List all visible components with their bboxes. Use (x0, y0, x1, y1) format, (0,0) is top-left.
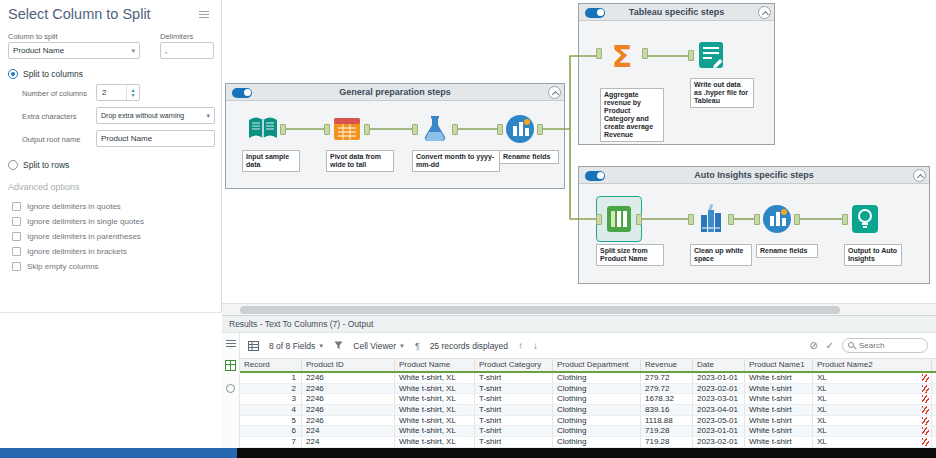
table-cell: 3 (240, 394, 302, 404)
table-row[interactable]: 7224White t-shirt, XLT-shirtClothing719.… (240, 437, 936, 448)
table-cell: 279.72 (641, 384, 693, 394)
stepper-arrows-icon[interactable]: ▲▼ (126, 85, 139, 100)
cleanse-broom-icon (694, 202, 728, 236)
container-header[interactable]: Tableau specific steps (579, 4, 774, 21)
container-header[interactable]: General preparation steps (226, 84, 564, 101)
tool-annotation[interactable]: Clean up white space (690, 244, 752, 266)
check-icon[interactable]: ✓ (826, 341, 834, 351)
grid-icon[interactable] (248, 341, 259, 351)
advanced-option-label: Ignore delimiters in single quotes (27, 217, 144, 226)
data-quality-mark (922, 374, 929, 382)
tool-output-hyper[interactable] (694, 38, 728, 72)
tool-summarize[interactable]: Σ (602, 36, 642, 76)
table-row[interactable]: 22246White t-shirt, XLT-shirtClothing279… (240, 384, 936, 395)
column-header[interactable]: Product Name1 (745, 359, 813, 371)
table-cell: White t-shirt, XL (395, 373, 475, 383)
tool-annotation[interactable]: Aggregate revenue by Product Category an… (600, 88, 664, 142)
container-enable-toggle[interactable] (585, 8, 605, 18)
checkbox[interactable] (12, 217, 21, 226)
column-header[interactable]: Product Name (395, 359, 475, 371)
profile-view-icon[interactable] (226, 384, 235, 393)
data-quality-mark (922, 385, 929, 393)
table-cell: 2023-01-01 (693, 426, 745, 436)
tool-annotation[interactable]: Input sample data (242, 150, 300, 172)
search-box[interactable] (842, 338, 928, 353)
table-row[interactable]: 32246White t-shirt, XLT-shirtClothing167… (240, 394, 936, 405)
table-row[interactable]: 12246White t-shirt, XLT-shirtClothing279… (240, 373, 936, 384)
no-symbol-icon[interactable]: ⊘ (809, 341, 817, 351)
table-cell: 2246 (302, 394, 395, 404)
data-quality-mark (922, 406, 929, 414)
split-to-columns-radio[interactable] (8, 69, 18, 79)
table-cell: T-shirt (475, 394, 553, 404)
checkbox[interactable] (12, 262, 21, 271)
tool-select-rename[interactable] (503, 112, 537, 146)
output-root-name-input[interactable] (96, 130, 215, 147)
table-cell: 839.16 (641, 405, 693, 415)
tool-select-rename-2[interactable] (760, 202, 794, 236)
container-enable-toggle[interactable] (232, 88, 252, 98)
checkbox[interactable] (12, 232, 21, 241)
column-header[interactable]: Record (240, 359, 302, 371)
column-header[interactable]: Date (693, 359, 745, 371)
column-header[interactable]: Revenue (641, 359, 693, 371)
arrow-up-icon[interactable]: ↑ (518, 341, 523, 351)
split-to-rows-radio[interactable] (8, 160, 18, 170)
collapse-icon[interactable] (548, 86, 561, 99)
pilcrow-icon[interactable]: ¶ (415, 341, 420, 351)
tool-pivot[interactable] (330, 112, 364, 146)
advanced-option-row: Ignore delimiters in parentheses (12, 229, 144, 244)
filter-icon[interactable] (334, 341, 343, 350)
table-row[interactable]: 42246White t-shirt, XLT-shirtClothing839… (240, 405, 936, 416)
table-cell: White t-shirt, XL (395, 416, 475, 426)
tool-annotation[interactable]: Rename fields (756, 244, 818, 258)
config-panel-title: Select Column to Split (8, 6, 151, 22)
tool-annotation[interactable]: Rename fields (499, 150, 559, 164)
container-header[interactable]: Auto Insights specific steps (579, 167, 929, 184)
container-enable-toggle[interactable] (585, 171, 605, 181)
column-header[interactable]: Product Category (475, 359, 553, 371)
checkbox[interactable] (12, 247, 21, 256)
tool-annotation[interactable]: Pivot data from wide to tall (326, 150, 394, 172)
tool-text-to-columns[interactable] (602, 202, 636, 236)
results-side-toolbar (222, 333, 240, 448)
tool-formula-convert[interactable] (418, 112, 452, 146)
results-panel-title: Results - Text To Columns (7) - Output (222, 315, 936, 333)
chevron-down-icon: ▼ (399, 343, 405, 349)
table-cell: 2023-05-01 (693, 416, 745, 426)
column-header[interactable]: Product ID (302, 359, 395, 371)
cell-viewer-dropdown[interactable]: Cell Viewer ▼ (353, 341, 405, 351)
arrow-down-icon[interactable]: ↓ (533, 341, 538, 351)
search-input[interactable] (859, 339, 925, 352)
table-view-icon[interactable] (225, 360, 236, 371)
tool-data-cleansing[interactable] (694, 202, 728, 236)
tool-annotation[interactable]: Split size from Product Name (596, 244, 664, 266)
tool-annotation[interactable]: Write out data as .hyper file for Tablea… (690, 78, 754, 108)
canvas-horizontal-scrollbar[interactable] (222, 303, 936, 315)
delimiters-input[interactable] (160, 42, 214, 59)
cell-viewer-label: Cell Viewer (353, 341, 396, 351)
panel-menu-icon[interactable] (199, 11, 209, 18)
collapse-icon[interactable] (758, 6, 771, 19)
advanced-option-label: Skip empty columns (27, 262, 99, 271)
number-of-columns-stepper[interactable]: 2 ▲▼ (96, 84, 140, 101)
column-header[interactable]: Product Department (553, 359, 641, 371)
column-header[interactable]: Product Name2 (813, 359, 932, 371)
results-menu-icon[interactable] (226, 340, 236, 347)
tool-input-data[interactable] (246, 112, 280, 146)
table-row[interactable]: 52246White t-shirt, XLT-shirtClothing111… (240, 416, 936, 427)
scrollbar-thumb[interactable] (240, 306, 840, 314)
fields-dropdown[interactable]: 8 of 8 Fields ▼ (269, 341, 324, 351)
tool-output-auto-insights[interactable] (848, 202, 882, 236)
table-cell: 2246 (302, 384, 395, 394)
tool-annotation[interactable]: Convert month to yyyy-mm-dd (412, 150, 500, 172)
collapse-icon[interactable] (913, 169, 926, 182)
extra-characters-select[interactable]: Drop extra without warning ▾ (96, 107, 215, 124)
column-to-split-select[interactable]: Product Name ▾ (8, 42, 140, 59)
table-row[interactable]: 6224White t-shirt, XLT-shirtClothing719.… (240, 426, 936, 437)
advanced-option-row: Ignore delimiters in quotes (12, 199, 144, 214)
checkbox[interactable] (12, 202, 21, 211)
table-cell: 279.72 (641, 373, 693, 383)
tool-annotation[interactable]: Output to Auto Insights (844, 244, 902, 266)
number-of-columns-label: Number of columns (22, 89, 87, 98)
